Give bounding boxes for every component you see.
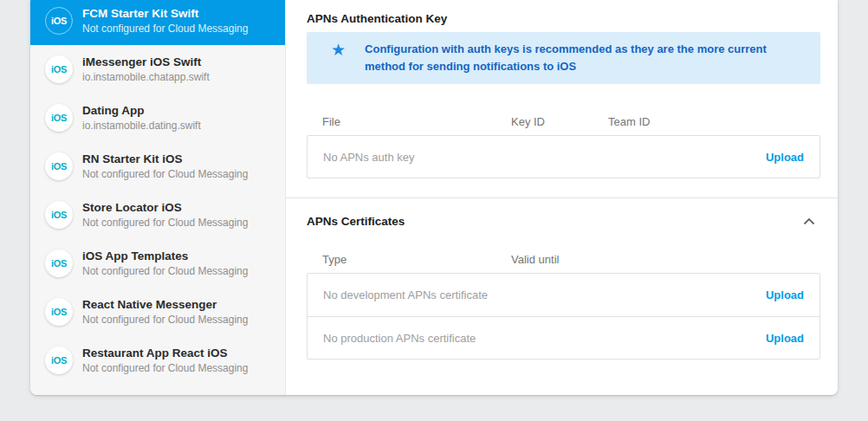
- chevron-up-icon[interactable]: [798, 214, 820, 229]
- auth-key-table-header: File Key ID Team ID: [307, 115, 820, 128]
- upload-auth-key-button[interactable]: Upload: [766, 151, 804, 164]
- column-header-valid-until: Valid until: [511, 253, 559, 266]
- development-certificate-row: No development APNs certificate Upload: [308, 274, 819, 316]
- app-subtitle: Not configured for Cloud Messaging: [82, 265, 248, 277]
- sidebar-item-dating-app[interactable]: iOS Dating App io.instamobile.dating.swi…: [30, 94, 285, 142]
- banner-text: Configuration with auth keys is recommen…: [365, 41, 806, 75]
- development-certificate-empty-text: No development APNs certificate: [323, 288, 766, 301]
- apns-config-panel: APNs Authentication Key ★ Configuration …: [286, 0, 838, 395]
- production-certificate-row: No production APNs certificate Upload: [308, 316, 819, 359]
- upload-production-certificate-button[interactable]: Upload: [766, 332, 804, 345]
- sidebar-item-store-locator-ios[interactable]: iOS Store Locator iOS Not configured for…: [30, 191, 285, 239]
- app-name: Restaurant App React iOS: [82, 347, 248, 359]
- star-icon: ★: [331, 42, 346, 59]
- app-name: iOS App Templates: [82, 249, 248, 262]
- column-header-type: Type: [322, 253, 511, 266]
- ios-badge-icon: iOS: [45, 201, 73, 229]
- sidebar-item-react-native-messenger[interactable]: iOS React Native Messenger Not configure…: [30, 288, 285, 336]
- production-certificate-empty-text: No production APNs certificate: [323, 332, 766, 345]
- sidebar-item-rn-starter-kit-ios[interactable]: iOS RN Starter Kit iOS Not configured fo…: [30, 142, 285, 191]
- certificates-table-header: Type Valid until: [307, 253, 820, 266]
- app-name: iMessenger iOS Swift: [82, 55, 210, 68]
- app-name: Dating App: [82, 104, 201, 117]
- app-subtitle: Not configured for Cloud Messaging: [82, 314, 248, 326]
- column-header-file: File: [322, 115, 511, 128]
- ios-badge-icon: iOS: [45, 104, 73, 132]
- apns-certificates-title: APNs Certificates: [307, 215, 405, 228]
- auth-key-empty-text: No APNs auth key: [323, 151, 766, 164]
- app-subtitle: io.instamobile.chatapp.swift: [82, 71, 210, 83]
- app-name: Store Locator iOS: [82, 201, 248, 214]
- column-header-key-id: Key ID: [511, 115, 608, 128]
- app-name: FCM Starter Kit Swift: [82, 7, 248, 20]
- ios-badge-icon: iOS: [45, 7, 73, 35]
- sidebar-item-fcm-starter-kit-swift[interactable]: iOS FCM Starter Kit Swift Not configured…: [30, 0, 285, 45]
- ios-badge-icon: iOS: [45, 347, 73, 374]
- app-subtitle: Not configured for Cloud Messaging: [82, 168, 248, 180]
- cloud-messaging-settings-card: iOS FCM Starter Kit Swift Not configured…: [30, 0, 838, 395]
- sidebar-item-imessenger-ios-swift[interactable]: iOS iMessenger iOS Swift io.instamobile.…: [30, 45, 285, 94]
- app-name: React Native Messenger: [82, 298, 248, 311]
- sidebar-item-ios-app-templates[interactable]: iOS iOS App Templates Not configured for…: [30, 239, 285, 288]
- sidebar-item-restaurant-app-react-ios[interactable]: iOS Restaurant App React iOS Not configu…: [30, 336, 285, 385]
- auth-key-recommendation-banner: ★ Configuration with auth keys is recomm…: [307, 32, 820, 84]
- app-list-sidebar: iOS FCM Starter Kit Swift Not configured…: [30, 0, 286, 395]
- ios-badge-icon: iOS: [45, 152, 73, 180]
- column-header-team-id: Team ID: [608, 115, 650, 128]
- auth-key-row: No APNs auth key Upload: [308, 136, 819, 178]
- ios-badge-icon: iOS: [45, 249, 73, 277]
- certificates-row-box: No development APNs certificate Upload N…: [307, 273, 820, 359]
- app-subtitle: Not configured for Cloud Messaging: [82, 362, 248, 374]
- upload-development-certificate-button[interactable]: Upload: [766, 288, 804, 301]
- app-subtitle: Not configured for Cloud Messaging: [82, 217, 248, 229]
- app-name: RN Starter Kit iOS: [82, 152, 248, 165]
- app-subtitle: io.instamobile.dating.swift: [82, 120, 201, 132]
- apns-auth-key-title: APNs Authentication Key: [307, 12, 820, 25]
- ios-badge-icon: iOS: [45, 298, 73, 326]
- apns-certificates-section: APNs Certificates Type Valid until No de…: [286, 198, 838, 359]
- auth-key-row-box: No APNs auth key Upload: [307, 135, 820, 178]
- app-subtitle: Not configured for Cloud Messaging: [82, 23, 248, 35]
- ios-badge-icon: iOS: [45, 55, 73, 83]
